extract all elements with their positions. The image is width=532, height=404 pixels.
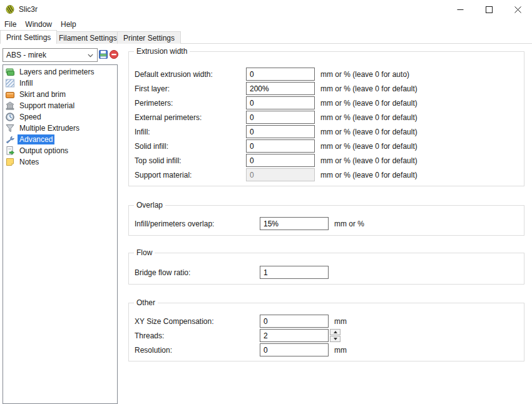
setting-input[interactable]: [260, 266, 329, 279]
settings-group-other: Other XY Size Compensation: mm Threads: …: [128, 303, 524, 361]
sidebar-item-advanced[interactable]: Advanced: [5, 134, 117, 145]
menu-item-window[interactable]: Window: [21, 19, 56, 30]
close-button[interactable]: [503, 0, 532, 19]
settings-group-title: Other: [134, 298, 158, 307]
tab-printer-settings[interactable]: Printer Settings: [117, 31, 181, 44]
setting-label: Infill:: [135, 128, 246, 136]
sidebar-item-label: Skirt and brim: [18, 89, 68, 99]
setting-label: XY Size Compensation:: [135, 317, 260, 326]
preset-dropdown-value: ABS - mirek: [6, 51, 46, 59]
settings-group-title: Overlap: [134, 201, 165, 210]
setting-label: Default extrusion width:: [135, 70, 246, 79]
setting-unit: mm or % (leave 0 for default): [320, 128, 417, 136]
setting-input[interactable]: [246, 125, 315, 138]
slic3r-logo-icon: [5, 4, 15, 14]
spinner-down-button[interactable]: [330, 336, 340, 342]
chevron-down-icon: [88, 54, 93, 58]
setting-input[interactable]: [260, 329, 329, 342]
minimize-icon: [457, 6, 464, 13]
setting-unit: mm or % (leave 0 for default): [320, 113, 417, 122]
setting-input[interactable]: [260, 217, 329, 230]
menu-bar: FileWindowHelp: [0, 19, 532, 30]
window-title: Slic3r: [19, 5, 38, 14]
sidebar-item-infill[interactable]: Infill: [5, 78, 117, 89]
skirt-icon: [5, 89, 15, 99]
setting-row: XY Size Compensation: mm: [129, 314, 524, 328]
setting-input[interactable]: [260, 315, 329, 328]
sidebar-item-label: Notes: [18, 157, 41, 167]
sidebar-item-label: Speed: [18, 112, 43, 122]
sidebar-item-output-options[interactable]: Output options: [5, 145, 117, 156]
sidebar-item-label: Support material: [18, 101, 76, 111]
preset-dropdown[interactable]: ABS - mirek: [3, 48, 98, 62]
tab-print-settings[interactable]: Print Settings: [0, 30, 57, 44]
title-bar: Slic3r: [0, 0, 532, 19]
setting-unit: mm or % (leave 0 for auto): [320, 70, 409, 79]
setting-input[interactable]: [246, 96, 315, 109]
setting-input[interactable]: [246, 68, 315, 81]
threads-spinner: [330, 329, 340, 342]
notes-icon: [5, 157, 15, 167]
sidebar-item-notes[interactable]: Notes: [5, 156, 117, 168]
setting-label: Resolution:: [135, 346, 260, 355]
settings-category-tree: Layers and perimeters Infill Skirt and b…: [3, 64, 118, 404]
advanced-icon: [5, 134, 15, 144]
sidebar-item-label: Advanced: [18, 134, 54, 144]
setting-input[interactable]: [246, 111, 315, 124]
sidebar-item-label: Infill: [18, 78, 34, 88]
minimize-button[interactable]: [446, 0, 474, 19]
sidebar-item-skirt-and-brim[interactable]: Skirt and brim: [5, 89, 117, 100]
support-icon: [5, 101, 15, 111]
setting-row: Resolution: mm: [129, 343, 524, 357]
maximize-icon: [486, 6, 493, 13]
delete-icon: [109, 49, 119, 59]
setting-input[interactable]: [260, 343, 329, 356]
tab-filament-settings[interactable]: Filament Settings: [53, 31, 123, 44]
setting-label: Solid infill:: [135, 142, 246, 151]
setting-input[interactable]: [246, 154, 315, 167]
setting-row: Infill/perimeters overlap: mm or %: [129, 216, 524, 231]
setting-label: External perimeters:: [135, 113, 246, 122]
sidebar-item-support-material[interactable]: Support material: [5, 100, 117, 111]
settings-group-flow: Flow Bridge flow ratio:: [128, 253, 524, 285]
close-icon: [514, 6, 521, 13]
setting-unit: mm or % (leave 0 for default): [320, 156, 417, 165]
setting-row: Top solid infill: mm or % (leave 0 for d…: [129, 153, 524, 168]
setting-row: Threads:: [129, 328, 524, 343]
setting-unit: mm or % (leave 0 for default): [320, 171, 417, 179]
menu-item-file[interactable]: File: [0, 19, 21, 30]
setting-input: [246, 168, 315, 181]
sidebar-item-speed[interactable]: Speed: [5, 111, 117, 123]
setting-unit: mm or % (leave 0 for default): [320, 142, 417, 151]
layers-icon: [5, 67, 15, 77]
setting-row: First layer: mm or % (leave 0 for defaul…: [129, 81, 524, 96]
infill-icon: [5, 78, 15, 88]
save-preset-button[interactable]: [98, 49, 108, 60]
setting-input[interactable]: [246, 139, 315, 153]
app-window: Slic3r FileWindowHelp Print SettingsFila…: [0, 0, 532, 404]
setting-row: Bridge flow ratio:: [129, 265, 524, 280]
setting-label: Threads:: [135, 331, 260, 340]
setting-label: Infill/perimeters overlap:: [135, 220, 260, 228]
setting-row: Solid infill: mm or % (leave 0 for defau…: [129, 139, 524, 153]
sidebar-item-label: Multiple Extruders: [18, 123, 81, 133]
setting-row: Perimeters: mm or % (leave 0 for default…: [129, 96, 524, 110]
setting-input[interactable]: [246, 82, 315, 95]
sidebar-item-multiple-extruders[interactable]: Multiple Extruders: [5, 123, 117, 134]
menu-item-help[interactable]: Help: [56, 19, 81, 30]
settings-group-overlap: Overlap Infill/perimeters overlap: mm or…: [128, 205, 524, 236]
spinner-down-icon: [334, 338, 337, 340]
spinner-up-button[interactable]: [330, 329, 340, 335]
setting-unit: mm: [334, 346, 347, 355]
extruders-icon: [5, 123, 15, 133]
setting-label: Perimeters:: [135, 99, 246, 108]
maximize-button[interactable]: [474, 0, 503, 19]
spinner-up-icon: [334, 331, 337, 333]
output-icon: [5, 146, 15, 156]
setting-unit: mm: [334, 317, 347, 326]
setting-row: Default extrusion width: mm or % (leave …: [129, 67, 524, 81]
setting-label: First layer:: [135, 84, 246, 93]
sidebar-item-layers-and-perimeters[interactable]: Layers and perimeters: [5, 66, 117, 78]
delete-preset-button[interactable]: [108, 49, 119, 60]
sidebar-item-label: Layers and perimeters: [18, 67, 96, 77]
